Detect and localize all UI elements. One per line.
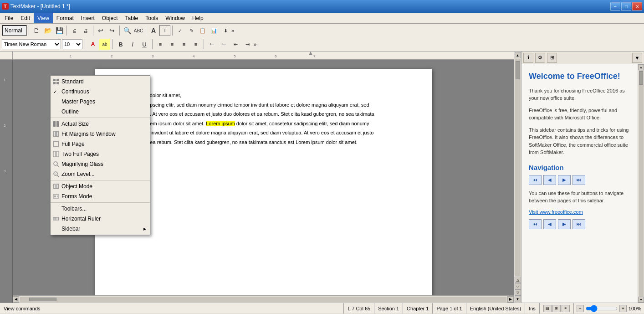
numbering-button[interactable]: ≔ <box>218 39 229 50</box>
nav2-prev-button[interactable]: ◀ <box>543 219 556 229</box>
zoom-slider[interactable] <box>586 305 618 312</box>
spell-auto-button[interactable]: ✓ <box>174 25 185 36</box>
top-ruler: 1 2 3 4 5 6 7 <box>13 51 514 60</box>
nav-next-button[interactable]: ▶ <box>558 175 571 185</box>
extra-button[interactable]: ⬇ <box>220 25 231 36</box>
nav-buttons: ⏮ ◀ ▶ ⏭ <box>529 175 630 185</box>
sidebar-scrollbar[interactable]: ▲ ▼ <box>638 64 644 303</box>
menu-toolbars[interactable]: Toolbars... <box>51 204 150 214</box>
outline-view-button[interactable]: ≡ <box>562 305 570 312</box>
nav2-last-button[interactable]: ⏭ <box>572 219 585 229</box>
redo-button[interactable]: ↪ <box>107 25 118 36</box>
review-button[interactable]: 📋 <box>197 25 208 36</box>
find-button[interactable]: 🔍 <box>122 25 133 36</box>
sidebar-scroll-down[interactable]: ▼ <box>638 297 644 303</box>
menu-item-help[interactable]: Help <box>189 13 207 23</box>
vscroll-mid-center-button[interactable]: ○ <box>515 283 521 289</box>
sidebar-scroll-up[interactable]: ▲ <box>638 64 644 70</box>
horizontal-scrollbar[interactable]: ◀ ▶ <box>13 295 514 303</box>
menu-zoom-level[interactable]: + Zoom Level... <box>51 169 150 179</box>
menu-item-window[interactable]: Window <box>162 13 189 23</box>
font-selector[interactable]: Times New Roman <box>2 39 61 49</box>
nav2-first-button[interactable]: ⏮ <box>529 219 542 229</box>
align-left-button[interactable]: ≡ <box>155 39 166 50</box>
highlight-button[interactable]: ab <box>99 39 110 50</box>
nav-first-button[interactable]: ⏮ <box>529 175 542 185</box>
vertical-scrollbar[interactable]: ▲ △ ○ ▽ ▼ <box>514 51 521 303</box>
indent-less-button[interactable]: ⇤ <box>230 39 241 50</box>
align-right-button[interactable]: ≡ <box>179 39 189 50</box>
align-center-button[interactable]: ≡ <box>167 39 178 50</box>
zoom-out-button[interactable]: − <box>577 305 584 312</box>
vscroll-down-button[interactable]: ▼ <box>515 296 521 302</box>
font-size-selector[interactable]: 10 <box>62 39 82 49</box>
style-selector[interactable]: Normal <box>2 25 27 36</box>
hscroll-left-button[interactable]: ◀ <box>13 296 19 303</box>
sidebar-close-button[interactable]: ▼ <box>632 53 642 63</box>
undo-button[interactable]: ↩ <box>95 25 106 36</box>
minimize-button[interactable]: − <box>610 2 620 10</box>
hscroll-thumb[interactable] <box>29 298 56 301</box>
sidebar-scroll-thumb[interactable] <box>639 71 643 85</box>
maximize-button[interactable]: □ <box>621 2 631 10</box>
justify-button[interactable]: ≡ <box>190 39 201 50</box>
menu-item-insert[interactable]: Insert <box>77 13 98 23</box>
text-button[interactable]: A <box>148 25 159 36</box>
menu-full-page[interactable]: Full Page <box>51 139 150 149</box>
menu-actual-size[interactable]: Actual Size <box>51 119 150 129</box>
menu-item-table[interactable]: Table <box>122 13 142 23</box>
menu-magnifying-glass[interactable]: Magnifying Glass <box>51 159 150 169</box>
nav2-next-button[interactable]: ▶ <box>558 219 571 229</box>
close-button[interactable]: ✕ <box>632 2 642 10</box>
vscroll-mid-down-button[interactable]: ▽ <box>515 289 521 296</box>
new-button[interactable]: 🗋 <box>31 25 42 36</box>
menu-standard[interactable]: Standard <box>51 77 150 87</box>
print-preview-button[interactable]: 🖨 <box>69 25 80 36</box>
vscroll-thumb[interactable] <box>516 61 520 79</box>
track-changes-button[interactable]: ✎ <box>186 25 197 36</box>
menu-item-format[interactable]: Format <box>53 13 77 23</box>
menu-item-tools[interactable]: Tools <box>142 13 162 23</box>
vscroll-mid-up-button[interactable]: △ <box>515 277 521 283</box>
layout-view-button[interactable]: ⊞ <box>552 305 561 312</box>
menu-two-full-pages[interactable]: Two Full Pages <box>51 149 150 159</box>
bold-button[interactable]: B <box>115 39 126 50</box>
menu-continuous[interactable]: Continuous <box>51 87 150 97</box>
sidebar-extra-button[interactable]: ⊞ <box>547 53 557 63</box>
menu-fit-margins[interactable]: Fit Margins to Window <box>51 129 150 139</box>
save-button[interactable]: 💾 <box>54 25 65 36</box>
indent-more-button[interactable]: ⇥ <box>242 39 253 50</box>
menu-forms-mode[interactable]: Forms Mode <box>51 191 150 201</box>
menu-outline[interactable]: Outline <box>51 107 150 117</box>
visit-link[interactable]: Visit www.freeoffice.com <box>529 209 630 215</box>
font-color-button[interactable]: A <box>87 39 98 50</box>
italic-button[interactable]: I <box>127 39 138 50</box>
menu-object-mode[interactable]: Object Mode <box>51 181 150 191</box>
spellcheck-button[interactable]: ABC <box>133 25 144 36</box>
menu-item-edit[interactable]: Edit <box>17 13 34 23</box>
nav-last-button[interactable]: ⏭ <box>572 175 585 185</box>
object-mode-icon <box>52 183 60 190</box>
menu-horizontal-ruler[interactable]: Horizontal Ruler <box>51 214 150 224</box>
vscroll-up-button[interactable]: ▲ <box>515 52 521 58</box>
underline-button[interactable]: U <box>139 39 150 50</box>
print-button[interactable]: 🖨 <box>80 25 91 36</box>
nav-prev-button[interactable]: ◀ <box>543 175 556 185</box>
menu-sidebar[interactable]: Sidebar ▶ <box>51 224 150 234</box>
sidebar-settings-button[interactable]: ⚙ <box>535 53 545 63</box>
sidebar-info-button[interactable]: ℹ <box>523 53 533 63</box>
menu-master-pages[interactable]: Master Pages <box>51 97 150 107</box>
svg-line-14 <box>57 175 59 177</box>
bullets-button[interactable]: ≔ <box>206 39 217 50</box>
open-button[interactable]: 📂 <box>42 25 53 36</box>
nav-buttons2: ⏮ ◀ ▶ ⏭ <box>529 219 630 229</box>
chart-button[interactable]: 📊 <box>209 25 220 36</box>
hscroll-right-button[interactable]: ▶ <box>507 296 514 303</box>
textbox-button[interactable]: T <box>159 25 170 36</box>
zoom-in-button[interactable]: + <box>619 305 627 312</box>
menu-item-file[interactable]: File <box>1 13 17 23</box>
document-text[interactable]: em ipsum dolor sit amet, etetur sadipsci… <box>127 92 400 146</box>
normal-view-button[interactable]: ▤ <box>543 305 552 312</box>
menu-item-view[interactable]: View <box>34 13 53 23</box>
menu-item-object[interactable]: Object <box>98 13 122 23</box>
